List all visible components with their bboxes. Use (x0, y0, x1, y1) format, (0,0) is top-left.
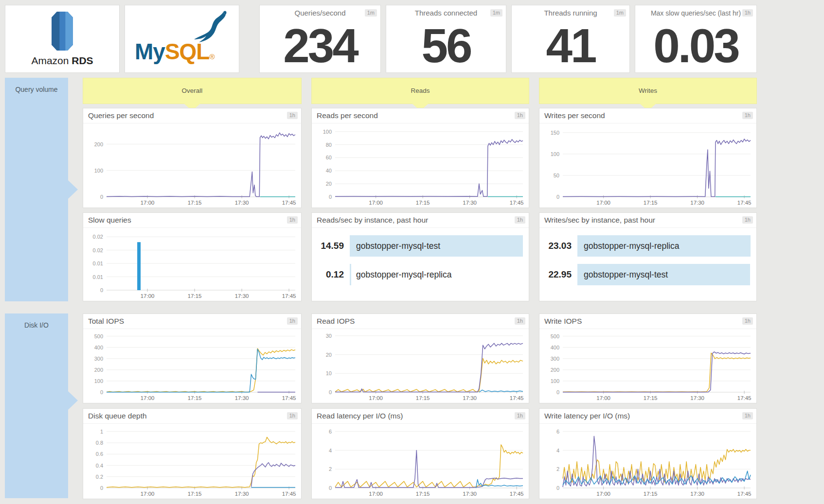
toplist-row[interactable]: 22.95gobstopper-mysql-test (539, 264, 751, 285)
svg-text:1: 1 (100, 429, 103, 434)
chart-title: Read IOPS1h (312, 314, 529, 329)
line-chart-svg: 010203017:0017:1517:3017:45 (313, 329, 528, 402)
line-chart-reads-per-second[interactable]: 02040608010017:0017:1517:3017:45 (313, 123, 528, 207)
amazon-rds-logo-icon (47, 11, 77, 51)
chart-title: Write latency per I/O (ms)1h (539, 409, 756, 424)
line-chart-writes-per-second[interactable]: 05010015017:0017:1517:3017:45 (540, 123, 755, 207)
line-chart-read-iops[interactable]: 010203017:0017:1517:3017:45 (313, 329, 528, 402)
metric-value: 56 (386, 22, 506, 70)
svg-text:17:15: 17:15 (644, 395, 658, 401)
toplist-row[interactable]: 0.12gobstopper-mysql-replica (312, 264, 523, 285)
line-chart-total-iops[interactable]: 010020030040050017:0017:1517:3017:45 (84, 329, 300, 402)
svg-text:2: 2 (329, 466, 332, 472)
svg-text:200: 200 (551, 367, 559, 373)
svg-text:17:00: 17:00 (596, 491, 610, 497)
svg-text:300: 300 (551, 356, 559, 362)
line-chart-svg: 024617:0017:1517:3017:45 (313, 424, 528, 498)
line-chart-write-iops[interactable]: 010020030040050017:0017:1517:3017:45 (540, 329, 755, 402)
svg-text:6: 6 (329, 429, 332, 434)
svg-text:17:00: 17:00 (369, 200, 383, 206)
svg-text:17:30: 17:30 (235, 293, 249, 299)
svg-text:17:00: 17:00 (141, 491, 155, 497)
svg-text:2: 2 (556, 466, 559, 472)
svg-text:0: 0 (329, 485, 332, 491)
toplist-bar-area: gobstopper-mysql-replica (577, 235, 751, 257)
toplist-value: 14.59 (312, 235, 344, 257)
svg-text:0.8: 0.8 (96, 440, 103, 446)
svg-text:17:00: 17:00 (141, 395, 155, 401)
toplist-row[interactable]: 14.59gobstopper-mysql-test (312, 235, 523, 257)
svg-text:4: 4 (556, 448, 559, 453)
svg-text:17:15: 17:15 (416, 395, 430, 401)
svg-text:17:45: 17:45 (282, 200, 296, 206)
chart-title: Disk queue depth1h (83, 409, 301, 424)
svg-text:0: 0 (100, 389, 103, 395)
svg-text:4: 4 (329, 448, 332, 453)
toplist-label: gobstopper-mysql-test (584, 264, 668, 285)
bar-chart-slow-queries[interactable]: 00.010.010.020.0217:0017:1517:3017:45 (84, 228, 300, 300)
timeframe-badge: 1h (287, 216, 298, 224)
metric-value: 234 (260, 22, 380, 70)
chart-title: Reads/sec by instance, past hour1h (312, 213, 529, 228)
timeframe-badge: 1h (742, 412, 753, 419)
amazon-rds-label: Amazon RDS (31, 55, 93, 67)
svg-text:0.02: 0.02 (93, 234, 103, 240)
toplist-label: gobstopper-mysql-replica (584, 235, 679, 257)
tab-writes: Writes (539, 78, 757, 104)
chart-card-total-iops: Total IOPS1h 010020030040050017:0017:151… (83, 313, 302, 403)
chart-title: Queries per second1h (83, 108, 301, 123)
chart-title: Slow queries1h (83, 213, 301, 228)
chart-card-write-iops: Write IOPS1h 010020030040050017:0017:151… (539, 313, 757, 403)
mysql-wordmark: MySQL® (135, 38, 215, 65)
svg-text:17:45: 17:45 (510, 200, 524, 206)
svg-text:0.4: 0.4 (96, 463, 103, 469)
note-arrow-icon (68, 391, 78, 410)
line-chart-svg: 010020030040050017:0017:1517:3017:45 (84, 329, 300, 402)
timeframe-badge: 1h (515, 112, 525, 119)
svg-text:0.01: 0.01 (93, 274, 103, 280)
svg-text:0.6: 0.6 (96, 451, 103, 457)
toplist-writes-by-instance: 23.03gobstopper-mysql-replica22.95gobsto… (539, 235, 756, 285)
line-chart-svg: 024617:0017:1517:3017:45 (540, 424, 755, 498)
svg-text:17:15: 17:15 (644, 491, 658, 497)
metric-title: Max slow queries/sec (last hr)1h (635, 5, 756, 21)
svg-text:0: 0 (100, 287, 103, 293)
svg-text:0: 0 (329, 389, 332, 395)
svg-text:0: 0 (329, 194, 332, 200)
metric-tile-queries-per-second: Queries/second1m 234 (259, 5, 381, 73)
toplist-row[interactable]: 23.03gobstopper-mysql-replica (539, 235, 751, 257)
timeframe-badge: 1h (742, 317, 753, 325)
chart-card-reads-per-second: Reads per second1h 02040608010017:0017:1… (311, 108, 529, 208)
line-chart-disk-queue-depth[interactable]: 00.20.40.60.8117:0017:1517:3017:45 (84, 424, 300, 498)
timeframe-badge: 1h (287, 112, 298, 119)
timeframe-badge: 1m (614, 9, 626, 17)
timeframe-badge: 1h (287, 317, 298, 325)
amazon-rds-tile: Amazon RDS (5, 5, 120, 73)
mysql-tile: MySQL® (125, 5, 239, 73)
toplist-reads-by-instance: 14.59gobstopper-mysql-test0.12gobstopper… (312, 235, 529, 285)
svg-text:0: 0 (556, 389, 559, 395)
line-chart-queries-per-second[interactable]: 010020017:0017:1517:3017:45 (84, 123, 300, 207)
svg-text:100: 100 (551, 151, 559, 157)
timeframe-badge: 1h (287, 412, 298, 419)
svg-text:17:15: 17:15 (188, 293, 202, 299)
metric-tile-max-slow-queries: Max slow queries/sec (last hr)1h 0.03 (635, 5, 757, 73)
svg-text:400: 400 (551, 345, 559, 350)
tab-overall: Overall (83, 78, 302, 104)
toplist-value: 22.95 (539, 264, 572, 285)
svg-text:17:15: 17:15 (416, 491, 430, 497)
svg-text:17:45: 17:45 (510, 395, 524, 401)
svg-text:17:15: 17:15 (416, 200, 430, 206)
svg-text:17:30: 17:30 (235, 491, 249, 497)
svg-text:17:00: 17:00 (596, 395, 610, 401)
svg-text:300: 300 (94, 356, 103, 362)
metric-title: Threads connected1m (386, 5, 506, 21)
line-chart-read-latency[interactable]: 024617:0017:1517:3017:45 (313, 424, 528, 498)
line-chart-svg: 05010015017:0017:1517:3017:45 (540, 123, 755, 207)
line-chart-write-latency[interactable]: 024617:0017:1517:3017:45 (540, 424, 755, 498)
svg-text:17:45: 17:45 (282, 293, 296, 299)
svg-text:500: 500 (551, 333, 559, 339)
timeframe-badge: 1h (515, 216, 525, 224)
svg-text:0: 0 (556, 194, 559, 200)
line-chart-svg: 02040608010017:0017:1517:3017:45 (313, 123, 528, 207)
